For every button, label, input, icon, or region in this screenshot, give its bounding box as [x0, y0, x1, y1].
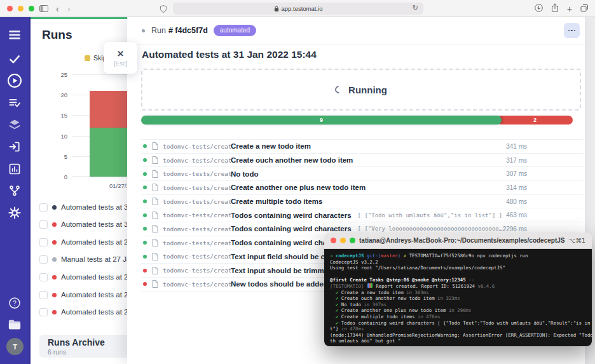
run-list-item[interactable]: Automated tests at 31 Jan — [39, 219, 127, 230]
test-row[interactable]: todomvc-tests/create…Create ouch another… — [141, 154, 583, 168]
test-status-dot — [143, 269, 147, 273]
test-file-path: todomvc-tests/create… — [163, 226, 231, 233]
file-icon — [152, 225, 158, 233]
sidebar-item-bar-chart[interactable] — [0, 163, 29, 175]
tab-overview-icon[interactable] — [580, 3, 589, 15]
back-button[interactable]: ‹ — [56, 0, 59, 17]
test-duration: 480 ms — [506, 198, 583, 205]
run-status-dot — [52, 240, 57, 245]
sidebar-item-play[interactable] — [0, 73, 29, 88]
test-row[interactable]: todomvc-tests/create…Create multiple tod… — [141, 195, 583, 209]
run-checkbox[interactable] — [39, 255, 48, 264]
minimize-window-button[interactable] — [18, 6, 24, 11]
run-list-item[interactable]: Automated tests at 31 Jan — [39, 201, 127, 213]
test-status-dot — [143, 255, 147, 259]
chart-y-tick-label: 0 — [43, 173, 67, 180]
terminal-line: ✔ Todos containing weird characters | {"… — [330, 320, 586, 327]
sidebar-item-menu[interactable] — [0, 29, 29, 41]
sidebar-item-layers[interactable] — [0, 118, 29, 131]
share-icon[interactable] — [551, 3, 559, 15]
test-name: Text input should be trimmed — [231, 267, 332, 274]
more-actions-button[interactable] — [564, 23, 580, 38]
terminal-maximize-button[interactable] — [350, 238, 355, 243]
run-label: Automated tests at 31 Jan — [61, 203, 127, 211]
sidebar-item-check[interactable] — [0, 53, 29, 65]
sidebar-toggle-icon[interactable] — [39, 0, 48, 17]
terminal-line: → codeceptJS git:(master) ✗ TESTOMATIO=f… — [330, 253, 586, 259]
runs-archive-count: 6 runs — [48, 348, 127, 356]
url-text: app.testomat.io — [282, 5, 323, 12]
run-label: Automated tests at 26 Jan — [61, 273, 127, 281]
run-status-box: Running — [141, 69, 581, 111]
close-window-button[interactable] — [7, 6, 13, 11]
test-name: Create a new todo item — [231, 142, 311, 150]
run-checkbox[interactable] — [39, 238, 48, 246]
run-status-dot — [52, 205, 57, 210]
forward-button[interactable]: › — [67, 0, 71, 17]
run-list-item[interactable]: Automated tests at 26 Jan — [39, 306, 127, 318]
terminal-line: ✔ Create ouch another new todo item in 3… — [330, 295, 586, 302]
refresh-icon[interactable]: ↻ — [413, 4, 418, 12]
sidebar-item-help[interactable]: ? — [0, 297, 29, 309]
test-row[interactable]: todomvc-tests/create…No todo307 ms — [141, 167, 583, 181]
window-controls — [7, 6, 34, 11]
test-name: Create another one plus new todo item — [231, 184, 366, 191]
run-status-label: Running — [348, 84, 387, 95]
run-checkbox[interactable] — [39, 291, 48, 299]
app-sidebar: ?T — [0, 17, 31, 364]
terminal-line — [330, 271, 586, 278]
terminal-line: ✔ Create a new todo item in 383ms — [330, 290, 586, 296]
run-list-item[interactable]: Manual tests at 27 Jan 20 — [39, 253, 127, 265]
sidebar-item-list-check[interactable] — [0, 97, 29, 109]
close-panel-button[interactable]: × [Esc] — [104, 42, 137, 74]
test-name: Todos containing weird characters — [231, 212, 352, 219]
terminal-titlebar[interactable]: tatiana@Andreys-MacBook-Pro:~/Documents/… — [324, 233, 592, 249]
run-breadcrumb-prefix: Run — [151, 26, 166, 35]
terminal-line: th umlauts äöü" but got " — [330, 338, 586, 344]
test-row[interactable]: todomvc-tests/create…Create a new todo i… — [141, 140, 583, 154]
test-file-path: todomvc-tests/create… — [163, 281, 231, 288]
sidebar-item-folder[interactable] — [0, 318, 29, 331]
test-file-path: todomvc-tests/create… — [163, 253, 231, 260]
terminal-line: t"} in 470ms — [330, 326, 586, 332]
terminal-title: tatiana@Andreys-MacBook-Pro:~/Documents/… — [355, 237, 569, 244]
test-status-dot — [143, 185, 147, 189]
run-checkbox[interactable] — [39, 220, 48, 229]
avatar[interactable]: T — [6, 338, 24, 355]
downloads-icon[interactable] — [535, 3, 543, 15]
maximize-window-button[interactable] — [29, 6, 34, 11]
run-label: Automated tests at 31 Jan — [61, 220, 127, 228]
test-status-dot — [143, 241, 147, 245]
chart-gridline — [72, 74, 127, 75]
runs-panel-title: Runs — [42, 28, 72, 42]
run-checkbox[interactable] — [39, 308, 48, 316]
run-list-item[interactable]: Automated tests at 26 Jan — [39, 289, 127, 300]
file-icon — [152, 280, 158, 288]
test-row[interactable]: todomvc-tests/create…Todos containing we… — [141, 208, 583, 222]
address-bar[interactable]: app.testomat.io — [173, 3, 423, 15]
browser-chrome: ‹ › app.testomat.io ↻ + — [0, 0, 595, 17]
shield-icon[interactable] — [160, 0, 167, 17]
run-list-item[interactable]: Automated tests at 27 Jan — [39, 236, 127, 248]
runs-archive-card[interactable]: Runs Archive 6 runs — [39, 335, 127, 358]
run-checkbox[interactable] — [39, 203, 48, 212]
test-data-snippet: [ ["Todo with umlauts äöü","is in list"]… — [358, 212, 507, 219]
run-label: Automated tests at 26 Jan — [61, 308, 127, 316]
sidebar-item-gear[interactable] — [0, 206, 29, 219]
test-row[interactable]: todomvc-tests/create…Create another one … — [141, 181, 583, 195]
terminal-line: ✔ No todo in 307ms — [330, 302, 586, 308]
terminal-line: ✔ Create multiple todo items in 476ms — [330, 314, 586, 320]
progress-failed-segment: 2 — [497, 116, 573, 125]
test-status-dot — [143, 282, 147, 286]
run-list-item[interactable]: Automated tests at 26 Jan — [39, 271, 127, 283]
run-checkbox[interactable] — [39, 273, 48, 281]
sidebar-item-import[interactable] — [0, 140, 29, 153]
sidebar-item-git-branch[interactable] — [0, 184, 29, 197]
terminal-close-button[interactable] — [331, 238, 336, 243]
terminal-minimize-button[interactable] — [340, 238, 346, 243]
new-tab-icon[interactable]: + — [567, 4, 572, 14]
run-status-dot — [142, 29, 145, 32]
test-status-dot — [143, 199, 147, 203]
svg-text:?: ? — [13, 300, 17, 307]
chart-bar-passed — [90, 128, 127, 177]
